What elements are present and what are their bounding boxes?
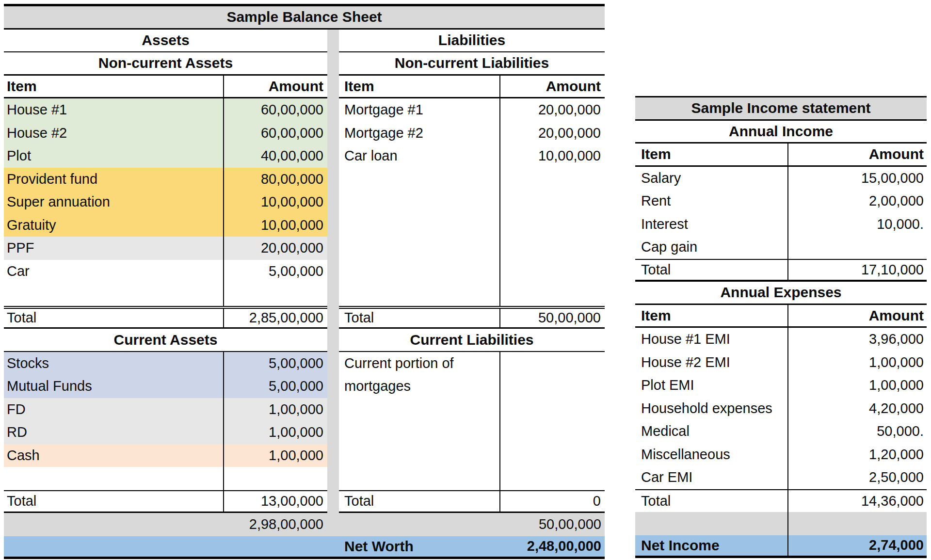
blank-cell	[787, 512, 927, 535]
column-header-row: Item Amount Item Amount	[4, 76, 605, 99]
total-amount: 50,00,000	[499, 309, 605, 328]
expense-amount: 1,00,000	[787, 374, 927, 397]
column-gap-strip	[327, 375, 339, 398]
table-row: FD 1,00,000	[4, 398, 605, 421]
column-gap-strip	[327, 444, 339, 467]
asset-item: Cash	[4, 444, 223, 467]
liability-amount	[499, 214, 605, 237]
liability-amount	[499, 444, 605, 467]
asset-item: FD	[4, 398, 223, 421]
asset-amount: 10,00,000	[223, 214, 327, 237]
income-amount: 10,000.	[787, 213, 927, 236]
asset-item: House #1	[4, 98, 223, 122]
column-gap-strip	[327, 352, 339, 375]
total-row: Total 14,36,000	[635, 489, 927, 512]
col-header-item: Item	[635, 305, 787, 327]
asset-amount: 80,00,000	[223, 168, 327, 191]
asset-item: RD	[4, 421, 223, 444]
table-row: House #1 EMI 3,96,000	[635, 328, 927, 351]
column-gap-strip	[327, 421, 339, 444]
current-liabilities-header: Current Liabilities	[339, 329, 605, 351]
asset-amount: 10,00,000	[223, 191, 327, 214]
liability-amount	[499, 191, 605, 214]
net-worth-row: Net Worth 2,48,00,000	[4, 536, 605, 560]
net-worth-amount: 2,48,00,000	[499, 536, 605, 557]
expense-amount: 1,20,000	[787, 443, 927, 466]
grand-total-row: 2,98,00,000 50,00,000	[4, 513, 605, 536]
asset-item: Super annuation	[4, 191, 223, 214]
blank-row	[4, 467, 605, 490]
asset-amount: 60,00,000	[223, 98, 327, 122]
col-header-item: Item	[339, 76, 499, 97]
asset-item: Stocks	[4, 352, 223, 375]
liability-item	[339, 191, 499, 214]
net-income-amount: 2,74,000	[787, 535, 927, 556]
liabilities-grand-total: 50,00,000	[339, 513, 605, 536]
liability-item: Mortgage #2	[339, 122, 499, 145]
liability-item	[339, 260, 499, 283]
asset-amount: 60,00,000	[223, 122, 327, 145]
balance-sheet-table: Sample Balance Sheet Assets Liabilities …	[4, 4, 605, 559]
liability-item: Current portion of	[339, 352, 499, 375]
col-header-amount: Amount	[787, 144, 927, 165]
liability-amount	[499, 283, 605, 306]
col-header-item: Item	[635, 144, 787, 165]
income-amount	[787, 236, 927, 259]
column-gap-strip	[327, 467, 339, 490]
column-gap-strip	[327, 191, 339, 214]
liability-item	[339, 421, 499, 444]
liability-item: Mortgage #1	[339, 98, 499, 122]
asset-item: Gratuity	[4, 214, 223, 237]
blank-row	[635, 512, 927, 535]
subsection-header-row: Non-current Assets Non-current Liabiliti…	[4, 52, 605, 76]
table-row: Car 5,00,000	[4, 260, 605, 283]
total-label: Total	[635, 260, 787, 280]
subsection-header-row: Annual Expenses	[635, 282, 927, 305]
total-amount: 13,00,000	[223, 491, 327, 512]
liability-amount	[499, 398, 605, 421]
column-gap-strip	[327, 237, 339, 260]
table-row: House #2 EMI 1,00,000	[635, 351, 927, 374]
asset-amount: 20,00,000	[223, 237, 327, 260]
income-amount: 2,00,000	[787, 190, 927, 213]
section-header-row: Assets Liabilities	[4, 30, 605, 53]
table-row: Interest 10,000.	[635, 213, 927, 236]
liability-item: Car loan	[339, 144, 499, 168]
asset-amount: 1,00,000	[223, 444, 327, 467]
current-assets-header: Current Assets	[4, 329, 327, 351]
asset-amount	[223, 467, 327, 490]
annual-income-header: Annual Income	[635, 121, 927, 143]
income-item: Cap gain	[635, 236, 787, 259]
balance-sheet-title: Sample Balance Sheet	[4, 6, 605, 30]
subsection-header-row: Current Assets Current Liabilities	[4, 329, 605, 352]
expense-amount: 2,50,000	[787, 466, 927, 489]
liability-item	[339, 283, 499, 306]
table-row: Mutual Funds 5,00,000 mortgages	[4, 375, 605, 398]
income-item: Rent	[635, 190, 787, 213]
column-gap-strip	[327, 52, 339, 76]
expense-amount: 50,000.	[787, 420, 927, 443]
liability-item	[339, 214, 499, 237]
expense-item: Miscellaneous	[635, 443, 787, 466]
income-statement-title: Sample Income statement	[635, 97, 927, 121]
column-gap-strip	[327, 168, 339, 191]
column-gap-strip	[327, 30, 339, 53]
blank-cell	[635, 512, 787, 535]
liability-amount: 10,00,000	[499, 144, 605, 168]
blank-row	[4, 283, 605, 306]
asset-item: Mutual Funds	[4, 375, 223, 398]
asset-amount	[223, 283, 327, 306]
liability-amount	[499, 467, 605, 490]
table-row: House #2 60,00,000 Mortgage #2 20,00,000	[4, 122, 605, 145]
column-gap-strip	[327, 490, 339, 513]
table-row: Rent 2,00,000	[635, 190, 927, 213]
liability-item	[339, 467, 499, 490]
table-row: Provident fund 80,00,000	[4, 168, 605, 191]
table-row: Stocks 5,00,000 Current portion of	[4, 352, 605, 375]
income-statement-table: Sample Income statement Annual Income It…	[635, 96, 927, 558]
column-gap-strip	[327, 122, 339, 145]
liability-amount	[499, 352, 605, 375]
liability-item	[339, 168, 499, 191]
expense-amount: 3,96,000	[787, 328, 927, 351]
column-gap-strip	[327, 283, 339, 306]
